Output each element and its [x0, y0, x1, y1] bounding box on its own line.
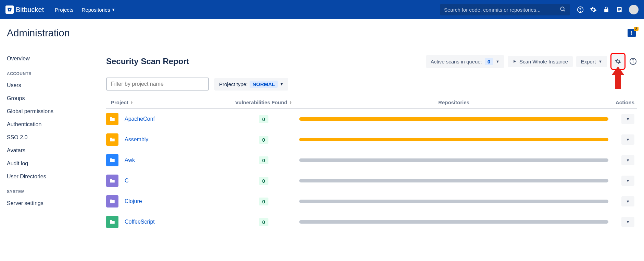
project-type-value: NORMAL — [250, 81, 278, 88]
svg-line-1 — [564, 10, 565, 11]
callout-arrow-icon — [612, 67, 624, 89]
sidebar-item-server-settings[interactable]: Server settings — [0, 197, 99, 210]
notification-count: 2 — [634, 27, 639, 31]
lock-icon[interactable] — [603, 6, 610, 13]
page-title-bar: Administration ! 2 — [0, 19, 644, 45]
search-icon[interactable] — [560, 6, 566, 13]
alert-icon: ! — [631, 30, 633, 36]
row-actions-dropdown[interactable]: ▼ — [621, 114, 634, 124]
table-row: Awk 0 ▼ — [106, 150, 637, 170]
project-link[interactable]: Awk — [125, 157, 135, 163]
folder-icon — [106, 113, 118, 125]
sidebar-item-audit-log[interactable]: Audit log — [0, 157, 99, 170]
table-row: ApacheConf 0 ▼ — [106, 109, 637, 129]
project-link[interactable]: CoffeeScript — [125, 219, 155, 225]
project-link[interactable]: Assembly — [125, 137, 148, 143]
nav-projects[interactable]: Projects — [51, 4, 77, 15]
folder-icon — [106, 154, 118, 166]
sidebar-item-avatars[interactable]: Avatars — [0, 144, 99, 157]
chevron-down-icon: ▼ — [626, 158, 630, 162]
row-actions-dropdown[interactable]: ▼ — [621, 217, 634, 227]
report-title: Security Scan Report — [106, 57, 189, 66]
row-actions-dropdown[interactable]: ▼ — [621, 134, 634, 145]
gear-icon[interactable] — [590, 6, 597, 13]
help-icon[interactable] — [577, 6, 584, 13]
sidebar-item-global-permissions[interactable]: Global permissions — [0, 105, 99, 118]
gear-icon — [615, 58, 621, 64]
sidebar-item-user-directories[interactable]: User Directories — [0, 170, 99, 183]
column-header-project[interactable]: Project ▲▼ — [106, 99, 229, 105]
column-header-repositories: Repositories — [298, 99, 610, 105]
chevron-down-icon: ▼ — [496, 59, 500, 63]
sidebar-item-users[interactable]: Users — [0, 79, 99, 92]
chevron-down-icon: ▼ — [598, 59, 602, 63]
vulnerability-count-badge: 0 — [259, 115, 268, 123]
logo[interactable]: Bitbucket — [5, 5, 44, 14]
table-header: Project ▲▼ Vulnerabilities Found ▲▼ Repo… — [106, 97, 637, 109]
repository-progress-bar — [299, 158, 608, 162]
info-icon[interactable] — [629, 57, 637, 66]
sidebar-item-authentication[interactable]: Authentication — [0, 118, 99, 131]
sidebar-heading-accounts: ACCOUNTS — [0, 65, 99, 79]
folder-icon — [106, 175, 118, 187]
svg-point-3 — [580, 11, 581, 12]
repository-progress-bar — [299, 179, 608, 182]
folder-icon — [106, 133, 118, 146]
project-link[interactable]: Clojure — [125, 198, 142, 204]
chevron-down-icon: ▼ — [112, 8, 115, 12]
active-scans-dropdown[interactable]: Active scans in queue: 0 ▼ — [426, 55, 504, 68]
bitbucket-logo-icon — [5, 5, 14, 14]
search-box[interactable] — [440, 4, 570, 15]
topbar: Bitbucket Projects Repositories ▼ — [0, 0, 644, 19]
sidebar-item-overview[interactable]: Overview — [0, 52, 99, 65]
search-input[interactable] — [444, 7, 560, 13]
main-header: Security Scan Report Active scans in que… — [106, 53, 637, 70]
chevron-down-icon: ▼ — [626, 138, 630, 142]
project-type-dropdown[interactable]: Project type: NORMAL ▼ — [214, 78, 288, 91]
svg-point-0 — [560, 7, 564, 11]
repository-progress-bar — [299, 220, 608, 224]
svg-rect-6 — [618, 9, 621, 10]
vulnerability-count-badge: 0 — [259, 177, 268, 185]
project-link[interactable]: ApacheConf — [125, 116, 155, 122]
row-actions-dropdown[interactable]: ▼ — [621, 155, 634, 165]
main-content: Security Scan Report Active scans in que… — [99, 45, 644, 239]
sidebar-item-sso[interactable]: SSO 2.0 — [0, 131, 99, 144]
table-row: Assembly 0 ▼ — [106, 129, 637, 150]
svg-point-10 — [633, 60, 633, 60]
sort-icon: ▲▼ — [289, 101, 292, 104]
folder-icon — [106, 216, 118, 228]
vulnerability-count-badge: 0 — [259, 156, 268, 164]
column-header-actions: Actions — [610, 99, 637, 105]
app-name: Bitbucket — [16, 6, 44, 14]
filter-bar: Project type: NORMAL ▼ — [106, 78, 637, 91]
chevron-down-icon: ▼ — [626, 117, 630, 121]
sidebar: Overview ACCOUNTS Users Groups Global pe… — [0, 45, 99, 239]
sidebar-heading-system: SYSTEM — [0, 183, 99, 197]
document-icon[interactable] — [616, 6, 623, 13]
sidebar-item-groups[interactable]: Groups — [0, 92, 99, 105]
vulnerability-count-badge: 0 — [259, 136, 268, 144]
export-dropdown[interactable]: Export ▼ — [576, 56, 607, 67]
folder-icon — [106, 195, 118, 207]
scan-whole-instance-button[interactable]: Scan Whole Instance — [508, 56, 573, 67]
chevron-down-icon: ▼ — [626, 220, 630, 224]
nav-repositories[interactable]: Repositories ▼ — [77, 4, 119, 15]
page-title: Administration — [7, 27, 70, 39]
sort-icon: ▲▼ — [130, 101, 133, 104]
table-row: C 0 ▼ — [106, 170, 637, 191]
row-actions-dropdown[interactable]: ▼ — [621, 196, 634, 206]
table-row: CoffeeScript 0 ▼ — [106, 212, 637, 232]
play-icon — [513, 59, 517, 64]
svg-rect-5 — [618, 8, 621, 9]
avatar[interactable] — [629, 5, 639, 14]
project-link[interactable]: C — [125, 178, 129, 184]
table-body: ApacheConf 0 ▼ Assembly 0 ▼ — [106, 109, 637, 232]
row-actions-dropdown[interactable]: ▼ — [621, 176, 634, 186]
notification-badge[interactable]: ! 2 — [628, 29, 636, 37]
repository-progress-bar — [299, 138, 608, 141]
column-header-vulnerabilities[interactable]: Vulnerabilities Found ▲▼ — [229, 99, 298, 105]
chevron-down-icon: ▼ — [280, 82, 283, 86]
active-scans-count: 0 — [485, 58, 493, 65]
filter-project-name-input[interactable] — [106, 78, 209, 91]
